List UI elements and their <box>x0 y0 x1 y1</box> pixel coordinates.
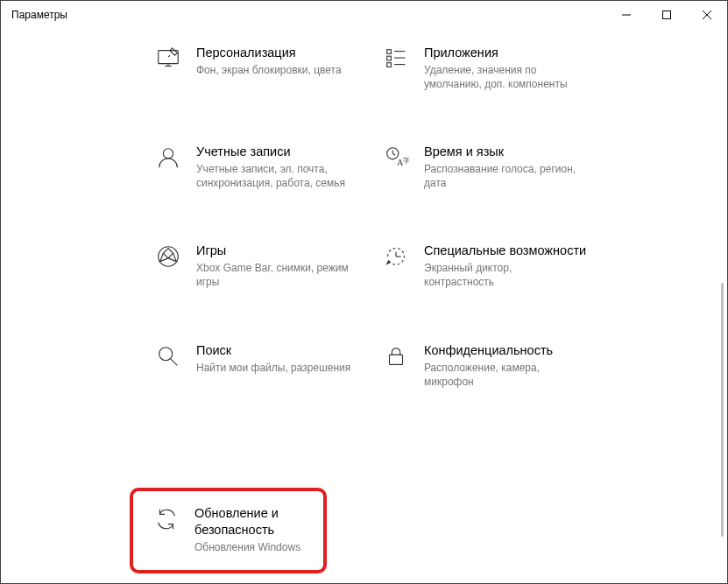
privacy-icon <box>382 342 410 370</box>
accounts-icon <box>154 144 182 172</box>
tile-title: Персонализация <box>196 45 342 61</box>
tile-subtitle: Фон, экран блокировки, цвета <box>196 63 342 77</box>
gaming-icon <box>154 243 182 271</box>
vertical-scrollbar[interactable] <box>718 151 725 537</box>
tile-privacy[interactable]: Конфиденциальность Расположение, камера,… <box>382 342 592 389</box>
svg-rect-10 <box>387 63 392 67</box>
svg-point-14 <box>163 149 173 158</box>
settings-grid: Персонализация Фон, экран блокировки, цв… <box>154 45 627 389</box>
tile-apps[interactable]: Приложения Удаление, значения по умолчан… <box>382 45 592 91</box>
tile-title: Учетные записи <box>196 144 354 160</box>
title-bar: Параметры <box>1 1 727 29</box>
tile-subtitle: Распознавание голоса, регион, дата <box>424 162 582 190</box>
close-button[interactable] <box>687 1 727 29</box>
personalization-icon <box>154 45 182 73</box>
svg-rect-9 <box>387 56 392 60</box>
highlight-box: Обновление и безопасность Обновления Win… <box>130 488 327 573</box>
tile-title: Обновление и безопасность <box>194 505 304 538</box>
tile-title: Время и язык <box>424 144 582 160</box>
tile-accounts[interactable]: Учетные записи Учетные записи, эл. почта… <box>154 144 364 190</box>
tile-title: Конфиденциальность <box>424 342 582 359</box>
update-security-icon <box>152 505 180 533</box>
content-area: Персонализация Фон, экран блокировки, цв… <box>1 29 727 583</box>
svg-rect-4 <box>159 51 179 64</box>
tile-gaming[interactable]: Игры Xbox Game Bar, снимки, режим игры <box>154 243 364 289</box>
tile-title: Поиск <box>196 342 350 359</box>
tile-subtitle: Найти мои файлы, разрешения <box>196 361 350 375</box>
svg-line-17 <box>392 154 395 156</box>
tile-title: Приложения <box>424 45 582 61</box>
tile-time-language[interactable]: A字 Время и язык Распознавание голоса, ре… <box>382 144 592 190</box>
tile-search[interactable]: Поиск Найти мои файлы, разрешения <box>154 342 364 389</box>
tile-accessibility[interactable]: Специальные возможности Экранный диктор,… <box>382 243 592 289</box>
accessibility-icon <box>382 243 410 271</box>
svg-rect-25 <box>390 355 403 364</box>
window-title: Параметры <box>11 9 67 21</box>
tile-title: Игры <box>196 243 354 259</box>
tile-subtitle: Экранный диктор, контрастность <box>424 261 582 289</box>
window-controls <box>606 1 727 29</box>
svg-line-24 <box>171 358 178 365</box>
settings-window: Параметры Персонализация Фон, экран <box>0 0 728 584</box>
tile-subtitle: Учетные записи, эл. почта, синхронизация… <box>196 162 354 190</box>
svg-point-20 <box>159 247 179 267</box>
minimize-button[interactable] <box>606 1 647 29</box>
time-language-icon: A字 <box>382 144 410 172</box>
tile-subtitle: Xbox Game Bar, снимки, режим игры <box>196 261 354 289</box>
svg-text:字: 字 <box>403 157 410 165</box>
scroll-thumb[interactable] <box>721 283 724 537</box>
svg-line-7 <box>168 55 170 57</box>
tile-subtitle: Расположение, камера, микрофон <box>424 361 582 389</box>
svg-rect-1 <box>663 11 671 19</box>
maximize-button[interactable] <box>647 1 687 29</box>
tile-subtitle: Обновления Windows <box>194 540 304 554</box>
svg-rect-8 <box>387 50 392 54</box>
tile-update-security[interactable]: Обновление и безопасность Обновления Win… <box>152 505 304 554</box>
tile-personalization[interactable]: Персонализация Фон, экран блокировки, цв… <box>154 45 364 91</box>
apps-icon <box>382 45 410 73</box>
tile-title: Специальные возможности <box>424 243 586 259</box>
svg-point-23 <box>159 347 173 360</box>
tile-subtitle: Удаление, значения по умолчанию, доп. ко… <box>424 63 582 91</box>
search-icon <box>154 342 182 370</box>
